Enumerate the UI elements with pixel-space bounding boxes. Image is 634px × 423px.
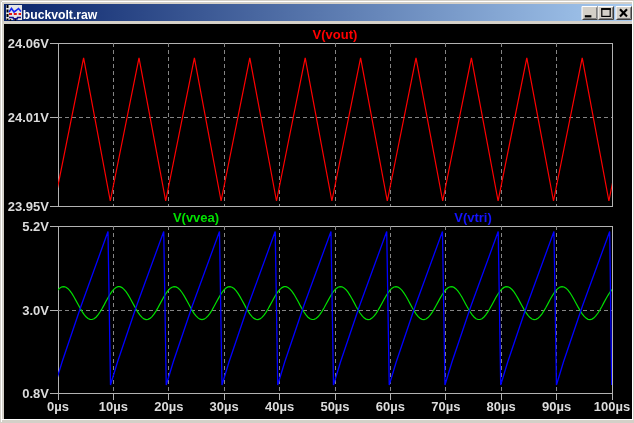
svg-text:24.06V: 24.06V (8, 36, 50, 51)
svg-text:100µs: 100µs (594, 399, 630, 414)
svg-text:80µs: 80µs (487, 399, 516, 414)
svg-text:V(vout): V(vout) (313, 27, 358, 42)
svg-text:23.95V: 23.95V (8, 199, 50, 214)
svg-text:30µs: 30µs (210, 399, 239, 414)
svg-text:0µs: 0µs (47, 399, 69, 414)
svg-text:50µs: 50µs (320, 399, 349, 414)
svg-text:V(vvea): V(vvea) (173, 210, 219, 225)
svg-text:40µs: 40µs (265, 399, 294, 414)
svg-text:90µs: 90µs (542, 399, 571, 414)
svg-text:24.01V: 24.01V (8, 110, 50, 125)
svg-text:V(vtri): V(vtri) (454, 210, 492, 225)
svg-text:5.2V: 5.2V (22, 219, 49, 234)
svg-text:0.8V: 0.8V (22, 386, 49, 401)
svg-text:10µs: 10µs (99, 399, 128, 414)
svg-text:60µs: 60µs (376, 399, 405, 414)
svg-text:20µs: 20µs (154, 399, 183, 414)
svg-text:70µs: 70µs (431, 399, 460, 414)
svg-text:3.0V: 3.0V (22, 303, 49, 318)
svg-text:buckvolt.raw: buckvolt.raw (23, 8, 98, 22)
